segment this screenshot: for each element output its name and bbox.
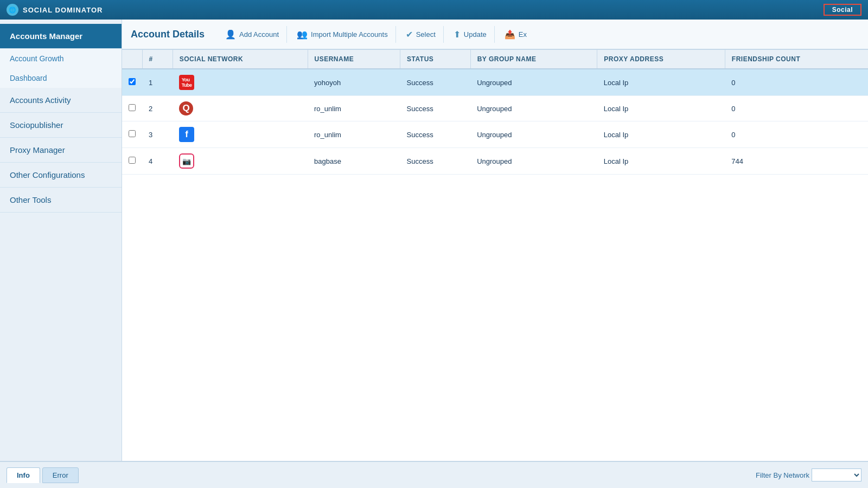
table-row[interactable]: 2 Q ro_unlim Success Ungrouped Local Ip …	[122, 96, 868, 121]
main-content: Account Details 👤 Add Account 👥 Import M…	[122, 20, 868, 461]
select-icon: ✔	[406, 29, 413, 40]
row-friendship: 0	[725, 69, 868, 96]
row-proxy: Local Ip	[597, 96, 725, 121]
update-label: Update	[464, 30, 487, 38]
row-id: 2	[142, 96, 173, 121]
row-proxy: Local Ip	[597, 148, 725, 175]
row-checkbox-cell[interactable]	[122, 96, 142, 121]
row-id: 4	[142, 148, 173, 175]
row-friendship: 0	[725, 121, 868, 148]
accounts-table: # SOCIAL NETWORK USERNAME STATUS BY GROU…	[122, 50, 868, 175]
col-network: SOCIAL NETWORK	[173, 50, 308, 69]
row-group: Ungrouped	[470, 148, 597, 175]
col-username: USERNAME	[308, 50, 400, 69]
facebook-icon: f	[179, 127, 194, 142]
export-button[interactable]: 📤 Ex	[497, 26, 534, 43]
import-label: Import Multiple Accounts	[311, 30, 388, 38]
social-button[interactable]: Social	[824, 4, 861, 16]
app-icon: 🌐	[7, 4, 18, 16]
col-friendship: FRIENDSHIP COUNT	[725, 50, 868, 69]
accounts-table-container: # SOCIAL NETWORK USERNAME STATUS BY GROU…	[122, 50, 868, 461]
row-username: ro_unlim	[308, 121, 400, 148]
row-id: 1	[142, 69, 173, 96]
add-account-label: Add Account	[239, 30, 279, 38]
row-checkbox[interactable]	[129, 104, 136, 111]
row-group: Ungrouped	[470, 69, 597, 96]
row-id: 3	[142, 121, 173, 148]
col-checkbox	[122, 50, 142, 69]
sidebar-item-other-tools[interactable]: Other Tools	[0, 188, 122, 213]
layout: Accounts Manager Account Growth Dashboar…	[0, 20, 868, 461]
row-network: Q	[173, 96, 308, 121]
row-checkbox-cell[interactable]	[122, 69, 142, 96]
row-username: yohoyoh	[308, 69, 400, 96]
sidebar-item-dashboard[interactable]: Dashboard	[0, 68, 122, 88]
col-status: STATUS	[400, 50, 471, 69]
table-header-row: # SOCIAL NETWORK USERNAME STATUS BY GROU…	[122, 50, 868, 69]
import-icon: 👥	[297, 29, 308, 40]
row-status: Success	[400, 96, 471, 121]
row-checkbox[interactable]	[129, 78, 136, 85]
sidebar: Accounts Manager Account Growth Dashboar…	[0, 20, 122, 461]
tab-error[interactable]: Error	[42, 467, 79, 483]
table-row[interactable]: 1 YouTube yohoyoh Success Ungrouped Loca…	[122, 69, 868, 96]
export-label: Ex	[519, 30, 527, 38]
row-proxy: Local Ip	[597, 121, 725, 148]
row-group: Ungrouped	[470, 96, 597, 121]
table-row[interactable]: 3 f ro_unlim Success Ungrouped Local Ip …	[122, 121, 868, 148]
import-multiple-button[interactable]: 👥 Import Multiple Accounts	[289, 26, 396, 43]
row-network: 📷	[173, 148, 308, 175]
app-title: SOCIAL DOMINATOR	[23, 6, 103, 14]
sidebar-item-accounts-manager[interactable]: Accounts Manager	[0, 24, 122, 49]
filter-by-network-select[interactable]: YouTube Quora Facebook Instagram	[812, 468, 861, 481]
export-icon: 📤	[505, 29, 515, 40]
row-checkbox-cell[interactable]	[122, 121, 142, 148]
col-proxy: PROXY ADDRESS	[597, 50, 725, 69]
row-checkbox[interactable]	[129, 157, 136, 164]
row-username: ro_unlim	[308, 96, 400, 121]
add-account-icon: 👤	[225, 29, 236, 40]
filter-by-network-label: Filter By Network	[756, 471, 809, 479]
table-row[interactable]: 4 📷 bagbase Success Ungrouped Local Ip 7…	[122, 148, 868, 175]
update-icon: ⬆	[454, 29, 461, 40]
row-status: Success	[400, 121, 471, 148]
row-friendship: 0	[725, 96, 868, 121]
tab-info[interactable]: Info	[7, 467, 40, 483]
update-button[interactable]: ⬆ Update	[446, 26, 495, 43]
row-username: bagbase	[308, 148, 400, 175]
row-status: Success	[400, 148, 471, 175]
row-proxy: Local Ip	[597, 69, 725, 96]
add-account-button[interactable]: 👤 Add Account	[218, 26, 287, 43]
col-group: BY GROUP NAME	[470, 50, 597, 69]
table-body: 1 YouTube yohoyoh Success Ungrouped Loca…	[122, 69, 868, 175]
row-network: f	[173, 121, 308, 148]
row-status: Success	[400, 69, 471, 96]
row-checkbox[interactable]	[129, 130, 136, 137]
page-title: Account Details	[131, 29, 205, 40]
youtube-icon: YouTube	[179, 75, 194, 90]
bottom-bar: Info Error Filter By Network YouTube Quo…	[0, 461, 868, 488]
col-id: #	[142, 50, 173, 69]
row-network: YouTube	[173, 69, 308, 96]
row-friendship: 744	[725, 148, 868, 175]
sidebar-item-proxy-manager[interactable]: Proxy Manager	[0, 138, 122, 163]
quora-icon: Q	[179, 101, 193, 115]
toolbar: Account Details 👤 Add Account 👥 Import M…	[122, 20, 868, 50]
sidebar-item-other-configurations[interactable]: Other Configurations	[0, 163, 122, 188]
select-button[interactable]: ✔ Select	[398, 26, 444, 43]
sidebar-item-account-growth[interactable]: Account Growth	[0, 49, 122, 68]
sidebar-item-accounts-activity[interactable]: Accounts Activity	[0, 88, 122, 113]
title-bar: 🌐 SOCIAL DOMINATOR Social	[0, 0, 868, 20]
select-label: Select	[416, 30, 436, 38]
row-group: Ungrouped	[470, 121, 597, 148]
sidebar-item-sociopublisher[interactable]: Sociopublisher	[0, 113, 122, 138]
instagram-icon: 📷	[179, 153, 194, 169]
row-checkbox-cell[interactable]	[122, 148, 142, 175]
